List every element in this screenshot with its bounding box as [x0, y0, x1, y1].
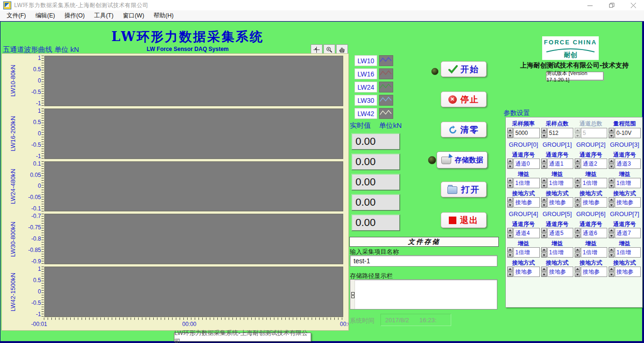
- spin-up-arrow-icon: [609, 159, 614, 164]
- spin-down-arrow-icon: [541, 234, 547, 239]
- menu-item[interactable]: 帮助(H): [151, 10, 180, 21]
- spinner[interactable]: [507, 247, 513, 258]
- spinner[interactable]: [609, 128, 614, 138]
- spinner[interactable]: [609, 197, 614, 208]
- legend-label: LW16: [355, 68, 377, 79]
- open-button[interactable]: 打开: [441, 182, 487, 197]
- spinner[interactable]: [507, 267, 513, 277]
- spinner[interactable]: [507, 228, 513, 238]
- spin-up-arrow-icon: [575, 228, 580, 233]
- menu-item[interactable]: 工具(T): [91, 10, 120, 21]
- clear-button[interactable]: 清零: [441, 122, 487, 137]
- spinner[interactable]: [507, 159, 513, 169]
- gain-select-field[interactable]: 1倍增: [513, 247, 540, 258]
- spinner[interactable]: [507, 128, 513, 138]
- channel-select-field[interactable]: 通道0: [513, 159, 540, 169]
- gain-label: 增益: [541, 170, 574, 177]
- storage-path-display[interactable]: [350, 279, 497, 310]
- grounding-select-field[interactable]: 接地参: [615, 197, 641, 208]
- check-icon: [448, 65, 457, 74]
- plot-area: [44, 109, 343, 159]
- spinner[interactable]: [575, 247, 580, 258]
- plot-area: [44, 267, 343, 317]
- project-name-input[interactable]: test-1: [350, 255, 497, 267]
- grounding-select-field[interactable]: 接地参: [513, 197, 540, 208]
- grounding-select-field[interactable]: 接地参: [547, 267, 574, 277]
- gain-label: 增益: [507, 170, 540, 177]
- spinner[interactable]: [541, 228, 547, 238]
- spinner[interactable]: [609, 228, 614, 238]
- group-title: GROUP[5]: [541, 210, 574, 218]
- close-button[interactable]: [622, 0, 644, 10]
- save-data-button[interactable]: 存储数据: [437, 151, 487, 168]
- gain-select-field[interactable]: 1倍增: [615, 247, 641, 258]
- legend-item[interactable]: LW10: [355, 55, 393, 66]
- minimize-button[interactable]: [579, 0, 601, 10]
- spin-down-arrow-icon: [507, 203, 513, 208]
- chart-row: LW10-80kN 1 0.5 0 -0.5 -1: [2, 56, 348, 106]
- gain-select-field[interactable]: 1倍增: [581, 178, 607, 188]
- gain-select-field[interactable]: 1倍增: [615, 178, 641, 188]
- param-value-field[interactable]: 512: [547, 128, 574, 138]
- spinner[interactable]: [507, 178, 513, 188]
- spinner[interactable]: [575, 159, 580, 169]
- gain-label: 增益: [609, 170, 641, 177]
- spinner[interactable]: [575, 267, 580, 277]
- spinner[interactable]: [575, 228, 580, 238]
- param-value-field[interactable]: 5000: [513, 128, 540, 138]
- menu-item[interactable]: 编辑(E): [33, 10, 62, 21]
- app-subtitle: LW Force Sensor DAQ System: [105, 46, 270, 52]
- channel-select-field[interactable]: 通道3: [615, 159, 641, 169]
- channel-select-field[interactable]: 通道2: [581, 159, 607, 169]
- spinner[interactable]: [541, 267, 547, 277]
- legend-item[interactable]: LW24: [355, 82, 393, 92]
- spinner[interactable]: [609, 159, 614, 169]
- start-button[interactable]: 开始: [441, 61, 487, 77]
- menu-item[interactable]: 操作(O): [62, 10, 91, 21]
- channel-select-field[interactable]: 通道1: [547, 159, 574, 169]
- spinner[interactable]: [507, 197, 513, 208]
- spinner[interactable]: [541, 247, 547, 258]
- grounding-select-field[interactable]: 接地参: [547, 197, 574, 208]
- spinner[interactable]: [575, 128, 580, 138]
- grounding-select-field[interactable]: 接地参: [615, 267, 641, 277]
- spinner[interactable]: [541, 178, 547, 188]
- gain-select-field[interactable]: 1倍增: [581, 247, 607, 258]
- spinner[interactable]: [541, 197, 547, 208]
- channel-select-field[interactable]: 通道6: [581, 228, 607, 238]
- spinner[interactable]: [575, 178, 580, 188]
- menu-item[interactable]: 窗口(W): [120, 10, 151, 21]
- stop-button[interactable]: ✕ 停止: [441, 92, 487, 107]
- gain-select-field[interactable]: 1倍增: [513, 178, 540, 188]
- channel-select-field[interactable]: 通道5: [547, 228, 574, 238]
- spinner[interactable]: [609, 267, 614, 277]
- stop-x-icon: ✕: [448, 95, 457, 104]
- channel-select-field[interactable]: 通道7: [615, 228, 641, 238]
- gain-label: 增益: [541, 240, 574, 247]
- group-block: GROUP[3] 通道序号 通道3 增益 1倍增 接地方式: [609, 138, 641, 208]
- application-window: LW环形力数据采集系统-上海耐创测试技术有限公司 文件(F) 编辑(E) 操作(…: [0, 0, 644, 343]
- spinner[interactable]: [541, 159, 547, 169]
- spinner[interactable]: [609, 247, 614, 258]
- taskbar-tooltip: LW环形力数据采集系统-上海耐创测试技术有限公司: [174, 333, 311, 342]
- channel-select-field[interactable]: 通道4: [513, 228, 540, 238]
- param-value-field[interactable]: 5: [581, 128, 607, 138]
- spinner[interactable]: [541, 128, 547, 138]
- path-browse-icon[interactable]: [351, 292, 355, 298]
- legend-item[interactable]: LW16: [355, 68, 393, 79]
- exit-button[interactable]: 退出: [441, 212, 487, 228]
- restore-button[interactable]: [601, 0, 622, 10]
- menu-item[interactable]: 文件(F): [4, 10, 33, 21]
- grounding-select-field[interactable]: 接地参: [581, 267, 607, 277]
- group-title: GROUP[4]: [507, 210, 540, 218]
- param-value-field[interactable]: 0-10V: [615, 128, 641, 138]
- spinner[interactable]: [575, 197, 580, 208]
- grounding-select-field[interactable]: 接地参: [513, 267, 540, 277]
- grounding-label: 接地方式: [541, 259, 574, 266]
- grounding-select-field[interactable]: 接地参: [581, 197, 607, 208]
- gain-select-field[interactable]: 1倍增: [547, 247, 574, 258]
- legend-item[interactable]: LW30: [355, 95, 393, 106]
- gain-select-field[interactable]: 1倍增: [547, 178, 574, 188]
- legend-item[interactable]: LW42: [355, 108, 393, 119]
- spinner[interactable]: [609, 178, 614, 188]
